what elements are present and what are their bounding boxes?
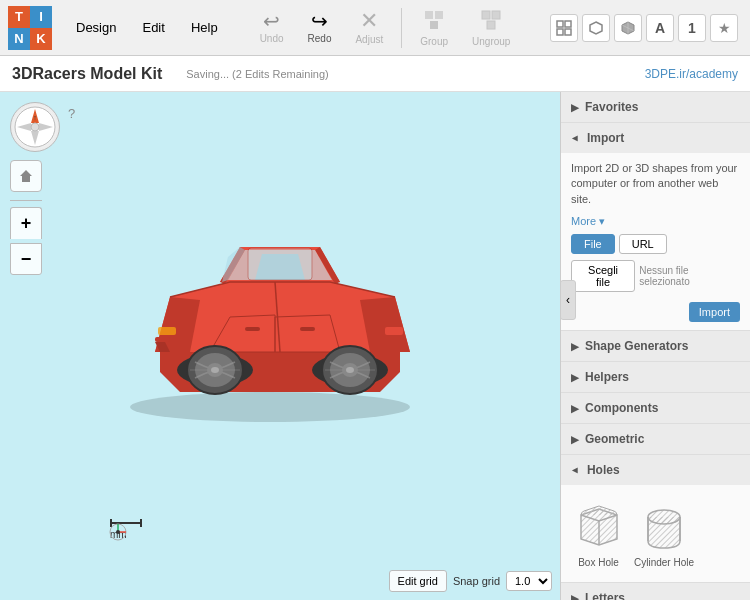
adjust-label: Adjust [355, 34, 383, 45]
zoom-in-button[interactable]: + [10, 207, 42, 239]
choose-file-button[interactable]: Scegli file [571, 260, 635, 292]
geometric-label: Geometric [585, 432, 644, 446]
svg-rect-5 [487, 21, 495, 29]
svg-text:↑: ↑ [33, 114, 37, 121]
import-button[interactable]: Import [689, 302, 740, 322]
group-icon [423, 9, 445, 34]
redo-label: Redo [308, 33, 332, 44]
project-title: 3DRacers Model Kit [12, 65, 162, 83]
letters-section: ▶ Letters [561, 583, 750, 600]
favorites-arrow: ▶ [571, 102, 579, 113]
favorites-header[interactable]: ▶ Favorites [561, 92, 750, 122]
svg-point-30 [346, 367, 354, 373]
shape-generators-section: ▶ Shape Generators [561, 331, 750, 362]
import-content: Import 2D or 3D shapes from your compute… [561, 153, 750, 330]
panel-collapse-arrow[interactable]: ‹ [560, 280, 576, 320]
favorites-label: Favorites [585, 100, 638, 114]
letters-header[interactable]: ▶ Letters [561, 583, 750, 600]
import-arrow: ▼ [570, 133, 581, 143]
svg-rect-34 [248, 248, 312, 280]
import-description: Import 2D or 3D shapes from your compute… [571, 161, 740, 207]
main-area: ↑ + − ? [0, 92, 750, 600]
toolbar-divider-1 [401, 8, 402, 48]
components-arrow: ▶ [571, 403, 579, 414]
view-number-icon[interactable]: 1 [678, 14, 706, 42]
zoom-out-button[interactable]: − [10, 243, 42, 275]
svg-rect-9 [565, 29, 571, 35]
components-label: Components [585, 401, 658, 415]
import-section: ▼ Import Import 2D or 3D shapes from you… [561, 123, 750, 331]
ungroup-button[interactable]: Ungroup [462, 5, 520, 51]
3d-viewport[interactable]: ↑ + − ? [0, 92, 560, 600]
import-url-tab[interactable]: URL [619, 234, 667, 254]
saving-status: Saving... (2 Edits Remaining) [186, 68, 328, 80]
edit-grid-button[interactable]: Edit grid [389, 570, 447, 592]
helpers-header[interactable]: ▶ Helpers [561, 362, 750, 392]
svg-rect-36 [300, 327, 315, 331]
svg-point-15 [31, 123, 39, 131]
menu-bar: Design Edit Help [64, 14, 230, 41]
holes-arrow: ▼ [570, 465, 581, 475]
app-logo[interactable]: T I N K [8, 6, 52, 50]
geometric-header[interactable]: ▶ Geometric [561, 424, 750, 454]
shape-generators-header[interactable]: ▶ Shape Generators [561, 331, 750, 361]
holes-grid: Box Hole [571, 493, 740, 574]
cylinder-hole-item[interactable]: Cylinder Hole [634, 499, 694, 568]
undo-button[interactable]: ↩ Undo [250, 7, 294, 48]
file-name-display: Nessun file selezionato [639, 265, 740, 287]
shape-generators-arrow: ▶ [571, 341, 579, 352]
holes-section: ▼ Holes [561, 455, 750, 583]
svg-rect-0 [425, 11, 433, 19]
holes-label: Holes [587, 463, 620, 477]
import-action-row: Import [571, 298, 740, 322]
right-panel: ▶ Favorites ▼ Import Import 2D or 3D sha… [560, 92, 750, 600]
help-button[interactable]: ? [68, 106, 75, 121]
adjust-button[interactable]: ✕ Adjust [345, 6, 393, 49]
svg-rect-7 [565, 21, 571, 27]
menu-help[interactable]: Help [179, 14, 230, 41]
svg-point-25 [211, 367, 219, 373]
import-file-row: Scegli file Nessun file selezionato [571, 260, 740, 292]
svg-point-43 [648, 510, 680, 524]
menu-design[interactable]: Design [64, 14, 128, 41]
svg-point-17 [130, 392, 410, 422]
compass-control[interactable]: ↑ [10, 102, 60, 152]
academy-link[interactable]: 3DPE.ir/academy [645, 67, 738, 81]
menu-edit[interactable]: Edit [130, 14, 176, 41]
bottom-controls: Edit grid Snap grid 1.0 0.5 2.0 [389, 570, 552, 592]
group-button[interactable]: Group [410, 5, 458, 51]
cylinder-hole-label: Cylinder Hole [634, 557, 694, 568]
svg-rect-6 [557, 21, 563, 27]
components-header[interactable]: ▶ Components [561, 393, 750, 423]
home-view-button[interactable] [10, 160, 42, 192]
adjust-icon: ✕ [360, 10, 378, 32]
box-hole-item[interactable]: Box Hole [571, 499, 626, 568]
import-label: Import [587, 131, 624, 145]
snap-grid-label: Snap grid [453, 575, 500, 587]
logo-i: I [30, 6, 52, 28]
import-file-tab[interactable]: File [571, 234, 615, 254]
box-hole-shape [571, 499, 626, 554]
topbar: T I N K Design Edit Help ↩ Undo ↪ Redo ✕… [0, 0, 750, 56]
holes-header[interactable]: ▼ Holes [561, 455, 750, 485]
view-3d-icon[interactable] [582, 14, 610, 42]
redo-button[interactable]: ↪ Redo [298, 7, 342, 48]
undo-label: Undo [260, 33, 284, 44]
svg-rect-8 [557, 29, 563, 35]
view-grid-icon[interactable] [550, 14, 578, 42]
view-solid-icon[interactable] [614, 14, 642, 42]
cylinder-hole-shape [637, 499, 692, 554]
view-text-icon[interactable]: A [646, 14, 674, 42]
snap-grid-select[interactable]: 1.0 0.5 2.0 [506, 571, 552, 591]
svg-rect-31 [155, 337, 170, 342]
import-header[interactable]: ▼ Import [561, 123, 750, 153]
helpers-section: ▶ Helpers [561, 362, 750, 393]
import-more-link[interactable]: More ▾ [571, 215, 605, 227]
geometric-section: ▶ Geometric [561, 424, 750, 455]
view-star-icon[interactable]: ★ [710, 14, 738, 42]
svg-rect-33 [385, 327, 403, 335]
svg-rect-1 [435, 11, 443, 19]
logo-k: K [30, 28, 52, 50]
letters-arrow: ▶ [571, 593, 579, 600]
titlebar: 3DRacers Model Kit Saving... (2 Edits Re… [0, 56, 750, 92]
